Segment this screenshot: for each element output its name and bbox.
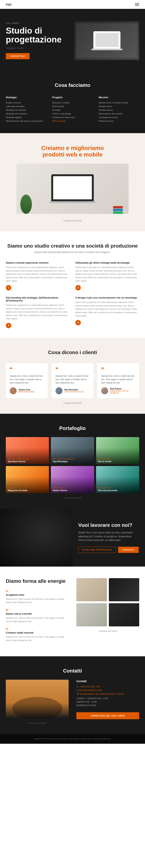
studio-card-2-number: 2 (76, 285, 81, 290)
forma-image-2 (109, 578, 139, 601)
forma-image-1 (76, 578, 107, 601)
cta-portfolio-button[interactable]: SCARICARE PORTAFOGLIO (78, 547, 116, 553)
hero-cta-button[interactable]: CONTATTACI (6, 53, 30, 59)
forma-right: Immagine da Freepik (76, 578, 139, 634)
client-1-quote: Sample text. Click to select the text bo… (10, 374, 44, 384)
creiamo-title: Creiamo e miglioriamo prodotti web e mob… (6, 145, 139, 158)
studio-card-2-title: Utilizzando gli ultimi sviluppi della te… (76, 261, 139, 264)
contatti-title: Contatti (6, 668, 139, 674)
portfolio-tag-6: WEB DESIGN (98, 487, 137, 489)
client-card-2: ❞ Sample text. Click to select the text … (52, 363, 93, 398)
contatti-info-title: Contatti (76, 680, 139, 683)
client-card-3: ❞ Sample text. Click to select the text … (97, 363, 139, 398)
hero-eyebrow: CHI SIAMO (6, 22, 70, 24)
forma-image-3 (76, 603, 107, 626)
studio-card-4-title: Il design è più una conversazione che un… (76, 296, 139, 299)
contatti-hours-3: DOMENICA CHIUSA (76, 704, 139, 707)
footer: Simple Text. Click to select the text bo… (0, 734, 145, 744)
hero-right (75, 22, 139, 60)
list-item: Brand Guide (52, 105, 93, 107)
forma-left: Diamo forma alle energie 01. Scogliamo i… (6, 578, 69, 647)
creiamo-mockup (17, 164, 128, 214)
list-item: Analisi e ricerca (6, 101, 47, 104)
studio-card-3-body: Dolore fuso a placerat orci nulla pellen… (6, 304, 69, 320)
list-item: Identità sonora (98, 109, 139, 111)
clienti-caption: Immagine da Freepik (6, 402, 139, 404)
contatti-cta-button[interactable]: FORNITURA DEL SUO LIBRO (76, 712, 139, 719)
contatti-phone: 📞 +000 (123) 456 7 891 (76, 685, 139, 688)
studio-card-2: Utilizzando gli ultimi sviluppi della te… (76, 261, 139, 290)
cosa-strategia-list: Analisi e ricerca Laboratori interattivi… (6, 101, 47, 122)
phone-label: 📞 (76, 685, 80, 688)
list-item: Direzione Creativa (52, 101, 93, 104)
studio-card-4-body: Dolore fuso a placerat orci nulla pellen… (76, 301, 139, 318)
forma-caption: Immagine da Freepik (76, 628, 139, 634)
cta-section: Vuoi lavorare con noi? Simple Text: Lore… (0, 509, 145, 566)
cta-body: Simple Text: Lorem ipsum dolor sit amet,… (78, 531, 139, 542)
cta-content: Vuoi lavorare con noi? Simple Text: Lore… (72, 509, 145, 566)
client-3-name: Bob Robert (110, 388, 135, 390)
cosa-progetto-title: Progetto (52, 96, 93, 99)
studio-card-2-body: Dolore fuso a placerat orci nulla pellen… (76, 266, 139, 283)
client-1-role: IMPRENDITORE (19, 391, 35, 393)
forma-image-4 (109, 603, 139, 626)
portfolio-section: Portafoglio APPLICAZIONE MOBILE App Buon… (0, 414, 145, 509)
studio-grid: Stiamo creando esperienze emotive Dolore… (6, 261, 139, 328)
forma-step-3-title: Creiamo realtà vincenti (6, 631, 69, 634)
portfolio-item-6[interactable]: WEB DESIGN Sito web personale (96, 466, 139, 493)
contatti-address: 📍 ALESSANDRIA, VA, WASHINGTON, 51 56301 (76, 693, 139, 695)
cosa-marchio-list: Identità visiva e identità verbale Ident… (98, 101, 139, 122)
portfolio-grid: APPLICAZIONE MOBILE App Buon Giorno APPL… (6, 437, 139, 493)
hero-section: CHI SIAMO Studio di progettazione Immagi… (0, 9, 145, 71)
forma-step-2-body: Sample text. Click to select the text bo… (6, 616, 69, 623)
list-item: Prototipo (52, 109, 93, 111)
hero-left: CHI SIAMO Studio di progettazione Immagi… (6, 22, 70, 59)
address-value: ALESSANDRIA, VA, WASHINGTON, 51 56301 (80, 693, 124, 695)
list-item: Strategia dei contenuti (6, 113, 47, 115)
forma-step-1-num: 01. (6, 590, 69, 592)
clienti-title: Cosa dicono i clienti (6, 349, 139, 355)
studio-card-1-body: Dolore fuso a placerat orci nulla pellen… (6, 266, 69, 283)
portfolio-title: Portafoglio (6, 425, 139, 431)
forma-inner: Diamo forma alle energie 01. Scogliamo i… (6, 578, 139, 647)
cta-contact-button[interactable]: CONTATTI (118, 547, 139, 553)
portfolio-item-1[interactable]: APPLICAZIONE MOBILE App Buon Giorno (6, 437, 49, 464)
contatti-info: Contatti 📞 +000 (123) 456 7 891 ✉ INFO@E… (76, 680, 139, 724)
forma-step-1: 01. Scogliamo idee Sample text. Click to… (6, 590, 69, 604)
cosa-progetto-list: Direzione Creativa Brand Guide Prototipo… (52, 101, 93, 122)
studio-card-1: Stiamo creando esperienze emotive Dolore… (6, 261, 69, 290)
portfolio-name-5: Atelier interno (53, 489, 92, 492)
list-item: Identità Visiva (98, 105, 139, 107)
cta-title: Vuoi lavorare con noi? (78, 522, 139, 528)
cosa-marchio-title: Marchio (98, 96, 139, 99)
list-item: Strategia digitale (6, 116, 47, 119)
email-value: INFO@EXAMPLE.COM (79, 689, 102, 691)
hero-title: Studio di progettazione (6, 26, 70, 44)
client-1-avatar (10, 387, 17, 394)
hamburger-button[interactable] (135, 3, 139, 6)
contatti-section: Contatti Immagine da Freepik Contatti 📞 … (0, 656, 145, 734)
studio-card-3-title: Dal branding alla strategia, dall'illust… (6, 296, 69, 302)
portfolio-name-1: App Buon Giorno (8, 460, 47, 463)
list-item: Nominazione del marchio (98, 113, 139, 115)
studio-section: Siamo uno studio creativo e una società … (0, 231, 145, 338)
portfolio-tag-3: WEB DESIGN (98, 458, 137, 460)
portfolio-item-3[interactable]: WEB DESIGN Sito di ricette (96, 437, 139, 464)
portfolio-item-2[interactable]: APPLICAZIONE MOBILE App Montagna (51, 437, 94, 464)
list-item: Campagna di marca (98, 116, 139, 119)
list-item: Strategia del marchio (6, 109, 47, 111)
portfolio-item-5[interactable]: WEB DESIGN Atelier interno (51, 466, 94, 493)
list-item: Motion Design (52, 120, 93, 122)
forma-section: Diamo forma alle energie 01. Scogliamo i… (0, 566, 145, 656)
email-label: ✉ (76, 689, 79, 691)
list-item: UX/UI e web design (52, 113, 93, 115)
quote-icon-2: ❞ (56, 367, 90, 372)
portfolio-tag-4: I NEGOZI (8, 487, 47, 489)
studio-card-3-number: 3 (6, 323, 11, 328)
client-2-quote: Sample text. Click to select the text bo… (56, 374, 90, 384)
portfolio-item-4[interactable]: I NEGOZI Magazzino di moda (6, 466, 49, 493)
quote-icon-1: ❞ (10, 367, 44, 372)
list-item: Ottimizzazione del tasso di conversione (6, 120, 47, 122)
cosa-title: Cosa facciamo (6, 82, 139, 88)
cta-image (0, 509, 72, 566)
